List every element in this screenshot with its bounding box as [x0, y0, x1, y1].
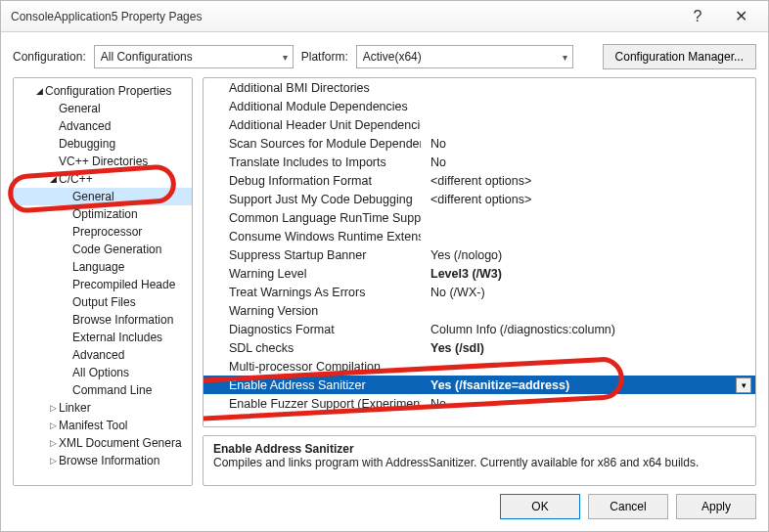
property-pages-window: ConsoleApplication5 Property Pages ? ✕ C…: [0, 0, 769, 532]
grid-row[interactable]: Treat Warnings As ErrorsNo (/WX-): [204, 283, 755, 301]
grid-row[interactable]: SDL checksYes (/sdl): [204, 338, 755, 357]
tree-expand-icon: ◢: [33, 86, 45, 96]
grid-row-value: Yes (/nologo): [421, 245, 755, 264]
grid-row-value: Yes (/fsanitize=address): [421, 376, 755, 394]
cancel-button[interactable]: Cancel: [588, 494, 668, 519]
grid-row[interactable]: Additional BMI Directories: [204, 78, 755, 97]
grid-row-value: Yes (/sdl): [421, 338, 755, 357]
grid-row-label: Treat Warnings As Errors: [204, 283, 421, 301]
grid-row-dropdown-button[interactable]: ▾: [736, 377, 751, 393]
tree-item-vc-directories[interactable]: VC++ Directories: [14, 153, 192, 170]
platform-dropdown[interactable]: Active(x64) ▾: [356, 45, 573, 68]
grid-row-value: [421, 227, 755, 245]
grid-row-label: Scan Sources for Module Dependencies: [204, 134, 421, 153]
grid-row-label: Consume Windows Runtime Extension: [204, 227, 421, 245]
grid-row-label: Debug Information Format: [204, 171, 421, 190]
tree-item-xml-document-genera[interactable]: ▷XML Document Genera: [14, 434, 192, 452]
grid-row-label: Warning Level: [204, 264, 421, 283]
configuration-dropdown[interactable]: All Configurations ▾: [94, 45, 294, 68]
apply-button[interactable]: Apply: [676, 494, 756, 519]
grid-row-value: [421, 78, 755, 97]
grid-row-label: Diagnostics Format: [204, 320, 421, 338]
grid-row-label: Warning Version: [204, 301, 421, 320]
grid-row-value: No (/WX-): [421, 283, 755, 301]
grid-row[interactable]: Suppress Startup BannerYes (/nologo): [204, 245, 755, 264]
description-title: Enable Address Sanitizer: [213, 442, 746, 456]
grid-row[interactable]: Support Just My Code Debugging<different…: [204, 190, 755, 208]
tree-item-ccpp-advanced[interactable]: Advanced: [14, 346, 192, 364]
grid-row-label: SDL checks: [204, 338, 421, 357]
tree-item-ccpp-optimization[interactable]: Optimization: [14, 205, 192, 223]
grid-row[interactable]: Diagnostics FormatColumn Info (/diagnost…: [204, 320, 755, 338]
close-button[interactable]: ✕: [719, 2, 762, 31]
tree-item-browse-information[interactable]: ▷Browse Information: [14, 452, 192, 469]
tree-expand-icon: ▷: [47, 456, 59, 466]
grid-row-value: No: [421, 153, 755, 171]
platform-value: Active(x64): [363, 50, 422, 64]
tree-expand-icon: ▷: [47, 438, 59, 448]
nav-tree: ◢Configuration PropertiesGeneralAdvanced…: [13, 77, 193, 486]
grid-row-value: <different options>: [421, 171, 755, 190]
tree-item-ccpp-precompiled-heade[interactable]: Precompiled Heade: [14, 276, 192, 293]
grid-row-value: [421, 357, 755, 376]
tree-expand-icon: ▷: [47, 421, 59, 430]
tree-item-general[interactable]: General: [14, 100, 192, 117]
grid-row[interactable]: Enable Fuzzer Support (Experimental)No: [204, 394, 755, 413]
grid-row[interactable]: Enable Address SanitizerYes (/fsanitize=…: [204, 376, 755, 394]
tree-item-ccpp-language[interactable]: Language: [14, 258, 192, 276]
titlebar: ConsoleApplication5 Property Pages ? ✕: [1, 1, 768, 32]
tree-item-ccpp-all-options[interactable]: All Options: [14, 364, 192, 381]
grid-row-value: [421, 115, 755, 134]
tree-item-ccpp-code-generation[interactable]: Code Generation: [14, 241, 192, 258]
top-row: Configuration: All Configurations ▾ Plat…: [1, 32, 768, 77]
configuration-value: All Configurations: [101, 50, 193, 64]
tree-item-advanced[interactable]: Advanced: [14, 117, 192, 135]
grid-row-label: Multi-processor Compilation: [204, 357, 421, 376]
grid-row-label: Common Language RunTime Support: [204, 208, 421, 227]
grid-row[interactable]: Consume Windows Runtime Extension: [204, 227, 755, 245]
grid-row[interactable]: Scan Sources for Module DependenciesNo: [204, 134, 755, 153]
grid-row-label: Enable Fuzzer Support (Experimental): [204, 394, 421, 413]
grid-row[interactable]: Translate Includes to ImportsNo: [204, 153, 755, 171]
grid-row-label: Additional Module Dependencies: [204, 97, 421, 115]
configuration-label: Configuration:: [13, 50, 86, 64]
tree-item-ccpp-general[interactable]: General: [14, 188, 192, 205]
ok-button[interactable]: OK: [500, 494, 580, 519]
tree-item-ccpp-output-files[interactable]: Output Files: [14, 293, 192, 311]
tree-item-ccpp[interactable]: ◢C/C++: [14, 170, 192, 188]
grid-row[interactable]: Additional Header Unit Dependencies: [204, 115, 755, 134]
property-grid: Additional BMI DirectoriesAdditional Mod…: [203, 77, 756, 427]
grid-row-value: No: [421, 394, 755, 413]
tree-item-ccpp-browse-information[interactable]: Browse Information: [14, 311, 192, 329]
grid-row-label: Additional BMI Directories: [204, 78, 421, 97]
grid-row-label: Enable Address Sanitizer: [204, 376, 421, 394]
tree-item-ccpp-external-includes[interactable]: External Includes: [14, 329, 192, 346]
grid-row-label: Suppress Startup Banner: [204, 245, 421, 264]
grid-row-value: Level3 (/W3): [421, 264, 755, 283]
platform-label: Platform:: [301, 50, 348, 64]
grid-row[interactable]: Warning LevelLevel3 (/W3): [204, 264, 755, 283]
grid-row-value: [421, 301, 755, 320]
grid-row[interactable]: Additional Module Dependencies: [204, 97, 755, 115]
grid-row-label: Translate Includes to Imports: [204, 153, 421, 171]
tree-item-manifest-tool[interactable]: ▷Manifest Tool: [14, 417, 192, 434]
grid-row[interactable]: Common Language RunTime Support: [204, 208, 755, 227]
tree-root[interactable]: ◢Configuration Properties: [14, 82, 192, 100]
tree-item-linker[interactable]: ▷Linker: [14, 399, 192, 417]
configuration-manager-button[interactable]: Configuration Manager...: [603, 44, 756, 69]
grid-row[interactable]: Warning Version: [204, 301, 755, 320]
grid-row-value: No: [421, 134, 755, 153]
grid-row-value: [421, 97, 755, 115]
grid-row-value: [421, 208, 755, 227]
description-body: Compiles and links program with AddressS…: [213, 456, 746, 469]
tree-item-ccpp-preprocessor[interactable]: Preprocessor: [14, 223, 192, 241]
grid-row[interactable]: Multi-processor Compilation: [204, 357, 755, 376]
tree-item-ccpp-command-line[interactable]: Command Line: [14, 381, 192, 399]
grid-row-label: Support Just My Code Debugging: [204, 190, 421, 208]
grid-row[interactable]: Debug Information Format<different optio…: [204, 171, 755, 190]
chevron-down-icon: ▾: [283, 52, 288, 63]
window-title: ConsoleApplication5 Property Pages: [11, 10, 676, 23]
grid-row-value: Column Info (/diagnostics:column): [421, 320, 755, 338]
help-button[interactable]: ?: [676, 2, 719, 31]
tree-item-debugging[interactable]: Debugging: [14, 135, 192, 153]
